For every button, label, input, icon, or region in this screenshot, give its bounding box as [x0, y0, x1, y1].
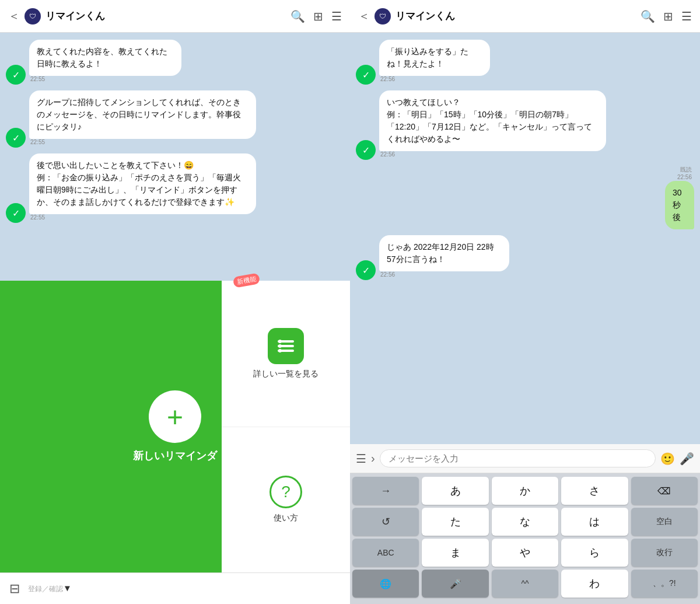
- message-time: 22:55: [30, 214, 45, 221]
- kb-abc-key[interactable]: ABC: [352, 539, 419, 567]
- table-row: ✓ 「振り込みをする」たね！見えたよ！ 22:56: [356, 40, 694, 85]
- menu-icon[interactable]: ☰: [681, 9, 692, 23]
- left-panel: ＜ 🛡 リマインくん 🔍 ⊞ ☰ ✓ 教えてくれた内容を、教えてくれた日時に教え…: [0, 0, 350, 604]
- kb-undo-key[interactable]: ↺: [352, 508, 419, 536]
- avatar: ✓: [6, 128, 26, 148]
- message-bubble: 後で思い出したいことを教えて下さい！😄 例：「お金の振り込み」「ポチのえさを買う…: [29, 153, 256, 214]
- kb-ma-key[interactable]: ま: [422, 539, 488, 567]
- keyboard-icon[interactable]: ⊟: [9, 581, 20, 596]
- kb-wa-key[interactable]: わ: [561, 570, 628, 598]
- kb-ya-key[interactable]: や: [492, 539, 558, 567]
- grid-icon[interactable]: ⊞: [663, 9, 673, 23]
- help-label: 使い方: [274, 513, 298, 523]
- message-bubble: いつ教えてほしい？ 例：「明日」「15時」「10分後」「明日の朝7時」「12:2…: [379, 90, 606, 151]
- kb-ka-key[interactable]: か: [492, 477, 558, 505]
- chevron-right-icon[interactable]: ›: [371, 452, 375, 465]
- left-header-icons: 🔍 ⊞ ☰: [290, 9, 342, 23]
- emoji-icon[interactable]: 🙂: [660, 452, 675, 466]
- keyboard-row-4: 🌐 🎤 ^^ わ 、。?!: [352, 570, 698, 598]
- kb-emoticon-key[interactable]: ^^: [492, 570, 558, 598]
- message-bubble: 「振り込みをする」たね！見えたよ！: [379, 40, 490, 76]
- kb-ra-key[interactable]: ら: [561, 539, 628, 567]
- kb-ta-key[interactable]: た: [422, 508, 488, 536]
- kb-sa-key[interactable]: さ: [561, 477, 628, 505]
- mic-icon[interactable]: 🎤: [680, 452, 694, 466]
- svg-point-4: [278, 344, 282, 348]
- svg-point-3: [278, 340, 282, 343]
- grid-icon[interactable]: ⊞: [313, 9, 323, 23]
- avatar: ✓: [356, 260, 376, 280]
- kb-na-key[interactable]: な: [492, 508, 558, 536]
- popup-help-item[interactable]: ? 使い方: [222, 427, 350, 573]
- table-row: ✓ じゃあ 2022年12月20日 22時57分に言うね！ 22:56: [356, 235, 694, 280]
- left-header: ＜ 🛡 リマインくん 🔍 ⊞ ☰: [0, 0, 350, 33]
- kb-a-key[interactable]: あ: [422, 477, 488, 505]
- message-bubble: 30秒後: [665, 181, 694, 229]
- message-input[interactable]: [380, 449, 656, 467]
- message-bubble: 教えてくれた内容を、教えてくれた日時に教えるよ！: [29, 40, 181, 76]
- right-bot-icon: 🛡: [374, 8, 391, 25]
- avatar: ✓: [6, 65, 26, 85]
- message-bubble: グループに招待してメンションしてくれれば、そのときのメッセージを、その日時にリマ…: [29, 90, 256, 139]
- message-time: 22:55: [30, 139, 45, 145]
- message-time: 22:56: [380, 76, 395, 82]
- right-header: ＜ 🛡 リマインくん 🔍 ⊞ ☰: [350, 0, 700, 33]
- keyboard-row-1: → あ か さ ⌫: [352, 477, 698, 505]
- kb-arrow-key[interactable]: →: [352, 477, 419, 505]
- new-reminder-button[interactable]: + 新しいリマインダ: [133, 390, 217, 463]
- kb-punct-key[interactable]: 、。?!: [631, 570, 698, 598]
- popup-panel: 新機能 詳しい一覧を見る ? 使い方: [222, 281, 350, 572]
- left-chat-title: リマインくん: [46, 9, 286, 23]
- message-time: 22:56: [380, 151, 395, 158]
- keyboard-row-3: ABC ま や ら 改行: [352, 539, 698, 567]
- keyboard-row-2: ↺ た な は 空白: [352, 508, 698, 536]
- avatar: ✓: [6, 203, 26, 223]
- left-back-button[interactable]: ＜: [8, 8, 20, 24]
- message-time: 22:55: [30, 76, 45, 82]
- right-back-button[interactable]: ＜: [358, 8, 370, 24]
- popup-list-item[interactable]: 詳しい一覧を見る: [222, 281, 350, 427]
- right-chat-area: ✓ 「振り込みをする」たね！見えたよ！ 22:56 ✓ いつ教えてほしい？ 例：…: [350, 33, 700, 444]
- search-icon[interactable]: 🔍: [290, 9, 305, 23]
- list-icon: [268, 328, 304, 364]
- left-bottom-toolbar: ⊟ 登録／確認▼: [0, 572, 350, 604]
- avatar: ✓: [356, 65, 376, 85]
- message-bubble: じゃあ 2022年12月20日 22時57分に言うね！: [379, 235, 509, 271]
- japanese-keyboard: → あ か さ ⌫ ↺ た な は 空白 ABC ま や ら 改行: [350, 473, 700, 604]
- kb-delete-key[interactable]: ⌫: [631, 477, 698, 505]
- kb-return-key[interactable]: 改行: [631, 539, 698, 567]
- kb-space-key[interactable]: 空白: [631, 508, 698, 536]
- table-row: ✓ 後で思い出したいことを教えて下さい！😄 例：「お金の振り込み」「ポチのえさを…: [6, 153, 344, 223]
- svg-point-5: [278, 349, 282, 352]
- input-bar: ☰ › 🙂 🎤: [350, 444, 700, 473]
- left-chat-area: ✓ 教えてくれた内容を、教えてくれた日時に教えるよ！ 22:55 ✓ グループに…: [0, 33, 350, 281]
- table-row: ✓ いつ教えてほしい？ 例：「明日」「15時」「10分後」「明日の朝7時」「12…: [356, 90, 694, 160]
- avatar: ✓: [356, 140, 376, 160]
- kb-mic-key[interactable]: 🎤: [422, 570, 488, 598]
- kb-ha-key[interactable]: は: [561, 508, 628, 536]
- read-status: 既読22:56: [677, 166, 692, 181]
- right-panel: ＜ 🛡 リマインくん 🔍 ⊞ ☰ ✓ 「振り込みをする」たね！見えたよ！ 22:…: [350, 0, 700, 604]
- register-button[interactable]: 登録／確認▼: [28, 583, 72, 594]
- right-bottom-area: ☰ › 🙂 🎤 → あ か さ ⌫ ↺ た な は 空白: [350, 444, 700, 604]
- table-row: ✓ グループに招待してメンションしてくれれば、そのときのメッセージを、その日時に…: [6, 90, 344, 148]
- left-bot-icon: 🛡: [24, 8, 41, 25]
- table-row: 既読22:56 30秒後: [356, 166, 694, 229]
- kb-globe-key[interactable]: 🌐: [352, 570, 419, 598]
- new-reminder-label: 新しいリマインダ: [133, 449, 217, 463]
- search-icon[interactable]: 🔍: [640, 9, 655, 23]
- list-item-label: 詳しい一覧を見る: [253, 369, 318, 379]
- message-time: 22:56: [380, 271, 395, 278]
- left-green-area: + 新しいリマインダ 新機能 詳しい一覧を見る: [0, 281, 350, 572]
- right-chat-title: リマインくん: [396, 9, 636, 23]
- table-row: ✓ 教えてくれた内容を、教えてくれた日時に教えるよ！ 22:55: [6, 40, 344, 85]
- right-header-icons: 🔍 ⊞ ☰: [640, 9, 692, 23]
- menu-icon[interactable]: ☰: [331, 9, 342, 23]
- plus-icon: +: [149, 390, 201, 443]
- help-icon: ?: [270, 476, 302, 508]
- menu-icon[interactable]: ☰: [356, 452, 366, 466]
